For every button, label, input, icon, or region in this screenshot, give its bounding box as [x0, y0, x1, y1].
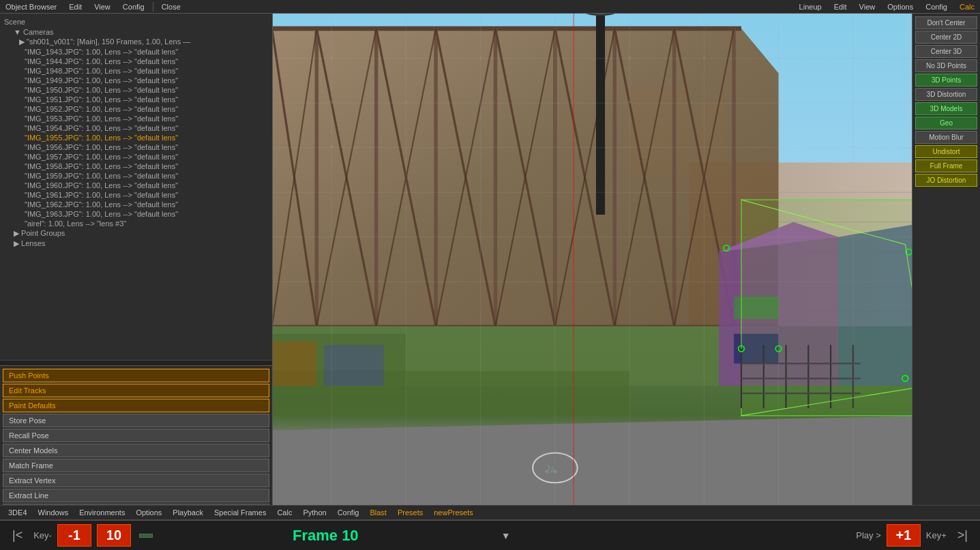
menu-edit-right[interactable]: Edit: [829, 2, 852, 12]
menu-config[interactable]: Config: [117, 2, 150, 12]
step-forward-display[interactable]: +1: [887, 524, 921, 547]
action-button-extract-line[interactable]: Extract Line: [3, 489, 269, 502]
action-button-edit-tracks[interactable]: Edit Tracks: [3, 384, 269, 397]
right-button-don't-center[interactable]: Don't Center: [915, 16, 977, 29]
tree-item[interactable]: "IMG_1954.JPG": 1.00, Lens --> "default …: [0, 123, 272, 133]
svg-rect-55: [324, 345, 383, 386]
svg-rect-52: [741, 200, 912, 416]
svg-rect-54: [273, 341, 316, 386]
action-button-store-pose[interactable]: Store Pose: [3, 414, 269, 427]
set-key-button[interactable]: ▼: [496, 528, 516, 544]
tree-item[interactable]: "IMG_1951.JPG": 1.00, Lens --> "default …: [0, 95, 272, 104]
bottom-menu-item-playback[interactable]: Playback: [168, 508, 207, 517]
tree-item[interactable]: "IMG_1963.JPG": 1.00, Lens --> "default …: [0, 209, 272, 219]
tree-item[interactable]: "IMG_1957.JPG": 1.00, Lens --> "default …: [0, 152, 272, 162]
scrollbar[interactable]: [0, 360, 272, 365]
tree-item[interactable]: "IMG_1950.JPG": 1.00, Lens --> "default …: [0, 85, 272, 95]
sky-background: [273, 14, 912, 210]
bottom-menu-item-python[interactable]: Python: [299, 508, 330, 517]
bottom-menu-item-config[interactable]: Config: [333, 508, 363, 517]
top-menu-bar: Object Browser Edit View Config Close Li…: [0, 0, 980, 14]
tree-item[interactable]: "IMG_1943.JPG": 1.00, Lens --> "default …: [0, 47, 272, 57]
tree-item[interactable]: "IMG_1952.JPG": 1.00, Lens --> "default …: [0, 104, 272, 114]
menu-object-browser[interactable]: Object Browser: [0, 2, 62, 12]
tree-item[interactable]: "IMG_1962.JPG": 1.00, Lens --> "default …: [0, 200, 272, 209]
tree-item[interactable]: "IMG_1956.JPG": 1.00, Lens --> "default …: [0, 142, 272, 152]
menu-edit[interactable]: Edit: [63, 2, 87, 12]
svg-point-67: [906, 249, 912, 255]
right-button-undistort[interactable]: Undistort: [915, 145, 977, 158]
action-button-push-points[interactable]: Push Points: [3, 369, 269, 382]
right-button-jo-distortion[interactable]: JO Distortion: [915, 174, 977, 187]
svg-point-73: [775, 346, 782, 352]
action-button-center-models[interactable]: Center Models: [3, 444, 269, 457]
tree-item[interactable]: ▶ "sh001_v001": [Main], 150 Frames, 1.00…: [0, 37, 272, 47]
right-button-3d-distortion[interactable]: 3D Distortion: [915, 88, 977, 101]
bottom-menu-item-environments[interactable]: Environments: [75, 508, 129, 517]
tree-item[interactable]: "IMG_1948.JPG": 1.00, Lens --> "default …: [0, 66, 272, 76]
bottom-menu-item-blast[interactable]: Blast: [366, 508, 390, 517]
bottom-menu-bar: 3DE4WindowsEnvironmentsOptionsPlaybackSp…: [0, 505, 980, 520]
menu-config-right[interactable]: Config: [920, 2, 953, 12]
bottom-menu-item-calc[interactable]: Calc: [273, 508, 296, 517]
bottom-menu-item-presets[interactable]: Presets: [394, 508, 427, 517]
menu-view-right[interactable]: View: [854, 2, 881, 12]
step-back-display[interactable]: -1: [57, 524, 91, 547]
svg-point-72: [739, 346, 745, 352]
menu-lineup[interactable]: Lineup: [794, 2, 827, 12]
tree-group[interactable]: ▼ Cameras: [0, 27, 272, 37]
skip-to-end-button[interactable]: >|: [952, 525, 973, 545]
viewport-canvas[interactable]: 🚲: [273, 14, 912, 505]
menu-calc[interactable]: Calc: [954, 2, 980, 12]
left-menu-section: Object Browser Edit View Config Close: [0, 2, 186, 12]
right-button-motion-blur[interactable]: Motion Blur: [915, 131, 977, 144]
action-button-match-frame[interactable]: Match Frame: [3, 459, 269, 472]
tree-group[interactable]: ▶ Lenses: [0, 239, 272, 249]
tree-item[interactable]: "airel": 1.00, Lens --> "lens #3": [0, 219, 272, 228]
right-button-3d-points[interactable]: 3D Points: [915, 74, 977, 87]
action-button-paint-defaults[interactable]: Paint Defaults: [3, 399, 269, 412]
action-button-recall-pose[interactable]: Recall Pose: [3, 429, 269, 442]
tree-item[interactable]: "IMG_1958.JPG": 1.00, Lens --> "default …: [0, 162, 272, 171]
bottom-menu-item-options[interactable]: Options: [132, 508, 166, 517]
tree-group[interactable]: ▶ Point Groups: [0, 228, 272, 239]
right-button-center-3d[interactable]: Center 3D: [915, 45, 977, 58]
frame-label: Frame 10: [161, 527, 490, 545]
right-button-3d-models[interactable]: 3D Models: [915, 102, 977, 115]
right-button-geo[interactable]: Geo: [915, 117, 977, 129]
transport-controls: |< Key- -1 10 Frame 10 ▼ Play > +1 Key+ …: [0, 521, 980, 551]
close-button[interactable]: Close: [156, 2, 186, 12]
bottom-menu-item-3de4[interactable]: 3DE4: [4, 508, 31, 517]
frame-value-display[interactable]: 10: [97, 524, 131, 547]
scene-tree[interactable]: Scene▼ Cameras▶ "sh001_v001": [Main], 15…: [0, 14, 272, 360]
right-button-center-2d[interactable]: Center 2D: [915, 31, 977, 44]
right-panel: Don't CenterCenter 2DCenter 3DNo 3D Poin…: [912, 14, 980, 520]
action-button-extract-vertex[interactable]: Extract Vertex: [3, 474, 269, 487]
menu-view[interactable]: View: [89, 2, 116, 12]
right-button-no-3d-points[interactable]: No 3D Points: [915, 59, 977, 72]
bottom-menu-item-newpresets[interactable]: newPresets: [430, 508, 477, 517]
menu-options[interactable]: Options: [882, 2, 919, 12]
tree-item[interactable]: "IMG_1953.JPG": 1.00, Lens --> "default …: [0, 114, 272, 123]
tree-section: Scene: [0, 16, 272, 27]
progress-indicator: [139, 534, 153, 538]
tree-item[interactable]: "IMG_1959.JPG": 1.00, Lens --> "default …: [0, 171, 272, 181]
play-label[interactable]: Play >: [856, 530, 881, 540]
tree-item[interactable]: "IMG_1960.JPG": 1.00, Lens --> "default …: [0, 181, 272, 190]
bottom-transport-bar: |< Key- -1 10 Frame 10 ▼ Play > +1 Key+ …: [0, 520, 980, 550]
svg-point-66: [724, 245, 730, 251]
svg-rect-50: [734, 296, 779, 319]
bottom-menu-item-windows[interactable]: Windows: [34, 508, 73, 517]
right-button-full-frame[interactable]: Full Frame: [915, 159, 977, 172]
tree-item[interactable]: "IMG_1944.JPG": 1.00, Lens --> "default …: [0, 57, 272, 66]
tree-item[interactable]: "IMG_1961.JPG": 1.00, Lens --> "default …: [0, 190, 272, 200]
key-minus-label[interactable]: Key-: [33, 530, 52, 540]
svg-rect-51: [734, 334, 779, 364]
bottom-menu-item-special frames[interactable]: Special Frames: [210, 508, 270, 517]
key-plus-label[interactable]: Key+: [926, 530, 947, 540]
viewport[interactable]: 3264 x 2448, 22.70 mm: [273, 14, 912, 520]
tree-item[interactable]: "IMG_1949.JPG": 1.00, Lens --> "default …: [0, 76, 272, 85]
tree-item[interactable]: "IMG_1955.JPG": 1.00, Lens --> "default …: [0, 133, 272, 142]
skip-to-start-button[interactable]: |<: [7, 525, 28, 545]
svg-point-68: [902, 376, 908, 382]
